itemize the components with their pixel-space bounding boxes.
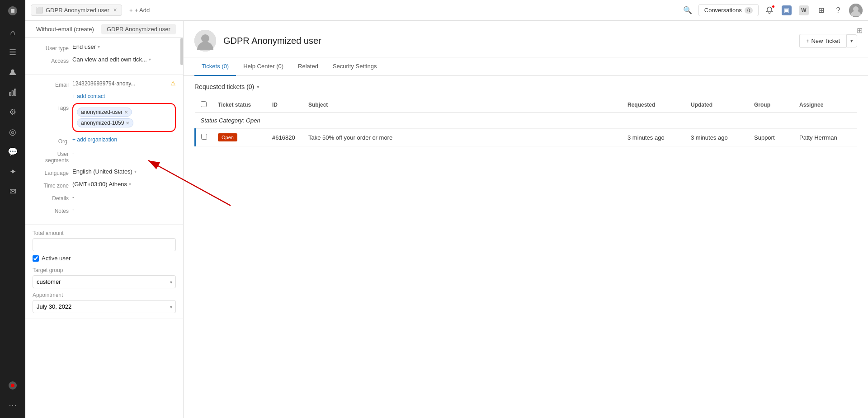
col-header-updated[interactable]: Updated	[685, 98, 749, 113]
conversations-label: Conversations	[704, 7, 742, 14]
org-row: Org. + add organization	[33, 136, 176, 145]
timezone-chevron: ▾	[129, 182, 131, 187]
row-checkbox[interactable]	[201, 134, 207, 140]
requested-tickets-header[interactable]: Requested tickets (0) ▾	[194, 83, 857, 90]
without-email-tab[interactable]: Without-email (create)	[31, 24, 99, 34]
ticket-subject-cell[interactable]: Take 50% off your order or more	[303, 129, 622, 146]
add-contact-link[interactable]: + add contact	[72, 93, 105, 99]
table-row[interactable]: Open #616820 Take 50% off your order or …	[195, 129, 858, 146]
select-all-checkbox[interactable]	[201, 101, 207, 107]
ticket-group-cell: Support	[749, 129, 794, 146]
requested-tickets-label: Requested tickets (0)	[194, 83, 254, 90]
user-type-row: User type End user ▾	[33, 43, 176, 52]
ticket-status-cell: Open	[212, 129, 267, 146]
gdpr-user-tab[interactable]: GDPR Anonymized user	[101, 24, 176, 34]
target-group-select[interactable]: customer	[33, 275, 176, 288]
tag-anonymized-1059[interactable]: anonymized-1059 ✕	[77, 118, 133, 127]
home-nav-icon[interactable]: ⌂	[4, 23, 22, 42]
email-row: Email 12432036939794-anony... ⚠	[33, 80, 176, 88]
user-info-section: User type End user ▾ Access Can v	[25, 38, 183, 75]
tab-help-center[interactable]: Help Center (0)	[236, 57, 291, 76]
notification-icon[interactable]	[763, 4, 776, 17]
user-avatar-large	[194, 30, 216, 52]
tab-related[interactable]: Related	[291, 57, 326, 76]
tab-tickets[interactable]: Tickets (0)	[194, 57, 236, 76]
conversations-button[interactable]: Conversations 0	[698, 4, 759, 16]
apps-icon[interactable]: ⊞	[815, 4, 827, 17]
settings-nav-icon[interactable]: ⚙	[4, 103, 22, 121]
user-type-label: User type	[33, 43, 69, 52]
spark-nav-icon[interactable]: ✦	[4, 163, 22, 181]
main-area: ⬜ GDPR Anonymized user ✕ + + Add 🔍 Conve…	[25, 0, 868, 418]
total-amount-label: Total amount	[33, 230, 176, 236]
col-header-id[interactable]: ID	[267, 98, 303, 113]
users-nav-icon[interactable]	[4, 63, 22, 81]
add-tab-button[interactable]: + + Add	[126, 5, 153, 15]
tab-page-icon: ⬜	[36, 7, 43, 14]
user-type-select[interactable]: End user ▾	[72, 43, 100, 50]
email-value: 12432036939794-anony... ⚠	[72, 80, 176, 87]
topbar-right: 🔍 Conversations 0 ▣ W ⊞ ?	[681, 4, 863, 17]
logo[interactable]	[5, 4, 20, 18]
col-header-status[interactable]: Ticket status	[212, 98, 267, 113]
gdpr-tab[interactable]: ⬜ GDPR Anonymized user ✕	[31, 5, 122, 16]
add-org-link[interactable]: + add organization	[72, 136, 117, 143]
col-header-checkbox	[195, 98, 213, 113]
tags-label: Tags	[33, 103, 69, 111]
chat-nav-icon[interactable]: 💬	[4, 143, 22, 161]
warning-icon: ⚠	[170, 80, 176, 87]
requested-chevron-icon: ▾	[257, 84, 259, 90]
active-user-checkbox[interactable]	[33, 255, 39, 262]
ticket-assignee-cell: Patty Herrman	[794, 129, 857, 146]
more-nav-icon[interactable]: ⋯	[4, 396, 22, 414]
svg-rect-1	[9, 93, 11, 95]
org-label: Org.	[33, 136, 69, 145]
access-select[interactable]: Can view and edit own tick... ▾	[72, 56, 151, 63]
grid-options-icon[interactable]: ⊞	[857, 26, 863, 35]
active-user-label: Active user	[42, 255, 71, 262]
total-amount-section: Total amount Active user Target group cu…	[25, 225, 183, 319]
ticket-subject: Take 50% off your order or more	[308, 134, 392, 141]
language-select[interactable]: English (United States) ▾	[72, 168, 137, 175]
appointment-select[interactable]: July 30, 2022	[33, 300, 176, 313]
sidebar-nav: ⌂ ☰ ⚙ ◎ 💬 ✦ ✉ ⋯	[0, 0, 25, 418]
ticket-id-cell[interactable]: #616820	[267, 129, 303, 146]
search-icon[interactable]: 🔍	[681, 4, 694, 17]
timezone-row: Time zone (GMT+03:00) Athens ▾	[33, 181, 176, 189]
w-icon[interactable]: W	[797, 4, 810, 17]
svg-rect-2	[12, 91, 14, 95]
tag-anonymized-user[interactable]: anonymized-user ✕	[77, 108, 132, 117]
row-checkbox-cell	[195, 129, 213, 146]
help-icon[interactable]: ?	[832, 4, 844, 17]
circle-nav-icon[interactable]: ◎	[4, 123, 22, 141]
ticket-requested: 3 minutes ago	[627, 134, 665, 141]
tags-container: anonymized-user ✕ anonymized-1059 ✕	[72, 103, 176, 132]
col-header-subject[interactable]: Subject	[303, 98, 622, 113]
conversations-badge: 0	[745, 7, 753, 14]
topbar: ⬜ GDPR Anonymized user ✕ + + Add 🔍 Conve…	[25, 0, 868, 21]
email-nav-icon[interactable]: ✉	[4, 183, 22, 201]
broadcast-icon[interactable]: ▣	[780, 4, 793, 17]
notes-row: Notes -	[33, 206, 176, 214]
tab-security-settings[interactable]: Security Settings	[326, 57, 384, 76]
col-header-group[interactable]: Group	[749, 98, 794, 113]
contact-section: Email 12432036939794-anony... ⚠ + add co…	[25, 75, 183, 225]
tab-close-icon[interactable]: ✕	[113, 7, 117, 13]
col-header-assignee[interactable]: Assignee	[794, 98, 857, 113]
timezone-select[interactable]: (GMT+03:00) Athens ▾	[72, 181, 131, 188]
tickets-content: Requested tickets (0) ▾ Ticket status	[184, 76, 868, 418]
add-tab-label: + Add	[135, 7, 150, 14]
tickets-nav-icon[interactable]: ☰	[4, 43, 22, 61]
user-avatar[interactable]	[849, 4, 863, 17]
total-amount-input[interactable]	[33, 238, 176, 251]
new-ticket-button[interactable]: + New Ticket	[799, 34, 846, 48]
new-ticket-dropdown[interactable]: ▾	[846, 34, 857, 47]
user-tabs: Tickets (0) Help Center (0) Related Secu…	[184, 57, 868, 76]
details-row: Details -	[33, 193, 176, 202]
app-container: ⌂ ☰ ⚙ ◎ 💬 ✦ ✉ ⋯ ⬜ GDPR Anonymized user ✕	[0, 0, 868, 418]
tag-remove-icon[interactable]: ✕	[124, 110, 128, 115]
status-nav-icon[interactable]	[4, 376, 22, 395]
col-header-requested[interactable]: Requested	[622, 98, 685, 113]
tag-remove-icon-2[interactable]: ✕	[126, 121, 129, 126]
reports-nav-icon[interactable]	[4, 83, 22, 101]
